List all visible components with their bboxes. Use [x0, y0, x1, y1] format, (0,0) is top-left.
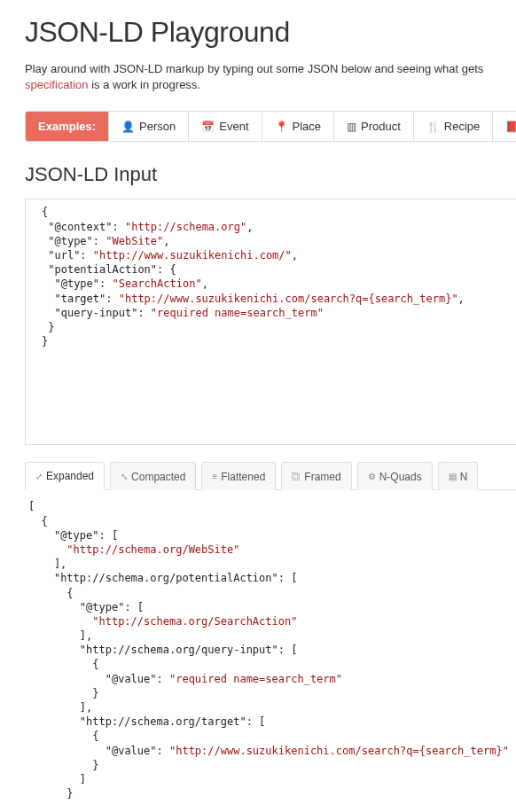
example-recipe-button[interactable]: 🍴Recipe [414, 112, 493, 141]
example-label: Product [361, 120, 401, 133]
cutlery-icon: 🍴 [426, 121, 440, 133]
tab-expanded[interactable]: ⤢Expanded [25, 462, 105, 490]
normalized-icon: ▤ [449, 472, 457, 481]
example-product-button[interactable]: ▥Product [334, 112, 414, 141]
compact-icon: ⤡ [121, 472, 128, 481]
tab-label: N-Quads [379, 471, 422, 483]
tab-label: N [460, 471, 468, 483]
example-label: Person [139, 120, 176, 133]
example-library-button[interactable]: 📕Library [493, 112, 516, 141]
intro-prefix: Play around with JSON-LD markup by typin… [25, 62, 483, 75]
output-tabs: ⤢Expanded ⤡Compacted ≡Flattened ⿻Framed … [25, 461, 516, 490]
flatten-icon: ≡ [212, 472, 217, 481]
tab-label: Expanded [46, 470, 94, 482]
tab-nquads[interactable]: ⚙N-Quads [357, 462, 433, 490]
json-input-editor[interactable]: { "@context": "http://schema.org", "@typ… [25, 199, 516, 445]
calendar-icon: 📅 [201, 121, 215, 133]
examples-label: Examples: [26, 112, 109, 141]
place-icon: 📍 [275, 121, 288, 133]
example-person-button[interactable]: 👤Person [109, 112, 189, 141]
tab-normalized[interactable]: ▤N [438, 462, 479, 490]
specification-link[interactable]: specification [25, 78, 89, 91]
barcode-icon: ▥ [347, 121, 356, 133]
nquads-icon: ⚙ [368, 472, 376, 481]
example-label: Event [219, 120, 248, 133]
person-icon: 👤 [121, 121, 135, 133]
tab-label: Framed [304, 471, 340, 483]
tab-flattened[interactable]: ≡Flattened [201, 462, 276, 490]
tab-compacted[interactable]: ⤡Compacted [110, 462, 196, 490]
example-label: Recipe [444, 120, 480, 133]
page-title: JSON-LD Playground [25, 16, 516, 49]
intro-text: Play around with JSON-LD markup by typin… [25, 61, 516, 93]
input-heading: JSON-LD Input [25, 163, 516, 186]
tab-label: Compacted [131, 471, 185, 483]
json-output: [ { "@type": [ "http://schema.org/WebSit… [25, 490, 516, 804]
example-place-button[interactable]: 📍Place [262, 112, 335, 141]
book-icon: 📕 [505, 121, 516, 133]
tab-label: Flattened [221, 471, 265, 483]
example-label: Place [293, 120, 322, 133]
tab-framed[interactable]: ⿻Framed [281, 462, 351, 490]
example-event-button[interactable]: 📅Event [189, 112, 262, 141]
examples-toolbar: Examples: 👤Person 📅Event 📍Place ▥Product… [25, 111, 516, 142]
expand-icon: ⤢ [35, 472, 43, 481]
intro-suffix: is a work in progress. [89, 78, 200, 91]
frame-icon: ⿻ [292, 472, 301, 481]
